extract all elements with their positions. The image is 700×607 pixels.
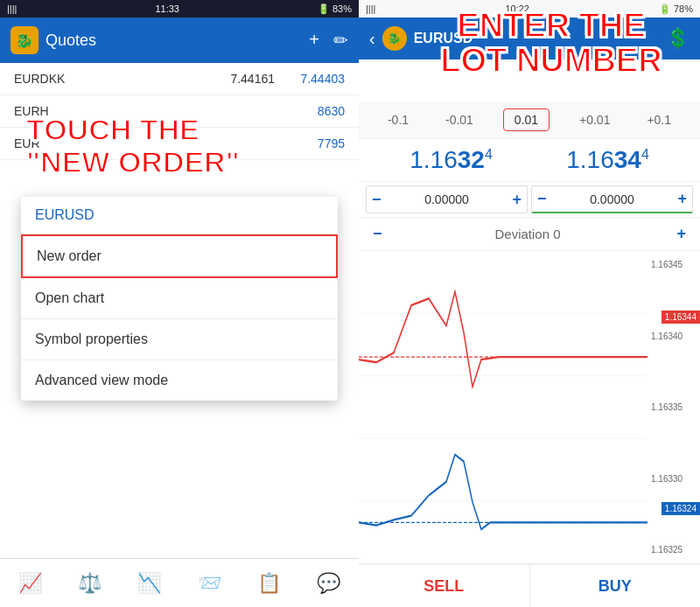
deviation-minus-button[interactable]: − xyxy=(373,225,382,243)
right-panel: |||| 10:22 🔋 78% ‹ 🐉 EURUSD 💲 ENTER THEL… xyxy=(359,0,700,607)
nav-chart-icon[interactable]: 📈 xyxy=(18,572,42,595)
bid-price: 1.16324 xyxy=(410,146,493,173)
lot-plus-001[interactable]: +0.01 xyxy=(572,109,617,130)
quote-row-eurh[interactable]: EURH 8630 xyxy=(0,95,359,128)
tp-plus-button[interactable]: + xyxy=(677,190,687,208)
time-right: 10:22 xyxy=(505,3,529,14)
header-right: ‹ 🐉 EURUSD 💲 ENTER THELOT NUMBER xyxy=(359,17,700,59)
back-button[interactable]: ‹ xyxy=(369,29,375,49)
lot-plus-01[interactable]: +0.1 xyxy=(640,109,678,130)
ask-eurh: 8630 xyxy=(275,104,345,118)
price-label-3: 1.16335 xyxy=(651,402,696,412)
ask-eurdkk: 7.44403 xyxy=(275,72,345,86)
deviation-plus-button[interactable]: + xyxy=(676,225,686,243)
chart-area: 1.16345 1.16340 1.16335 1.16330 1.16325 … xyxy=(359,251,700,563)
price-label-2: 1.16340 xyxy=(651,331,696,341)
left-panel: |||| 11:33 🔋 83% 🐉 Quotes + ✏ EURDKK 7.4… xyxy=(0,0,359,607)
signal-right: |||| xyxy=(366,3,375,14)
quote-row-eurdkk[interactable]: EURDKK 7.44161 7.44403 xyxy=(0,63,359,95)
order-inputs: − 0.00000 + − 0.00000 + xyxy=(359,181,700,218)
ask-eur1: 7795 xyxy=(275,136,345,150)
status-bar-left: |||| 11:33 🔋 83% xyxy=(0,0,359,17)
symbol-eur1: EUR xyxy=(14,136,205,150)
header-left: 🐉 Quotes + ✏ xyxy=(0,17,359,63)
menu-item-open-chart[interactable]: Open chart xyxy=(21,278,338,319)
symbol-eurh: EURH xyxy=(14,104,205,118)
lot-adjuster: -0.1 -0.01 0.01 +0.01 +0.1 xyxy=(359,101,700,139)
tp-value: 0.00000 xyxy=(547,192,678,206)
ask-price: 1.16344 xyxy=(566,146,649,173)
deviation-row: − Deviation 0 + xyxy=(359,218,700,251)
status-bar-right: |||| 10:22 🔋 78% xyxy=(359,0,700,17)
sl-minus-button[interactable]: − xyxy=(372,191,382,209)
dropdown-header: EURUSD xyxy=(21,197,338,234)
menu-item-advanced-view[interactable]: Advanced view mode xyxy=(21,360,338,401)
buy-button[interactable]: BUY xyxy=(529,563,701,607)
header-title-left: Quotes xyxy=(46,31,309,50)
nav-chat-icon[interactable]: 💬 xyxy=(317,572,340,595)
price-label-4: 1.16330 xyxy=(651,474,696,484)
price-label-1: 1.16345 xyxy=(651,260,696,269)
price-tag-red: 1.16344 xyxy=(662,310,700,324)
trade-icon[interactable]: 💲 xyxy=(666,27,690,50)
lot-minus-001[interactable]: -0.01 xyxy=(438,109,480,130)
bid-eurdkk: 7.44161 xyxy=(205,72,275,86)
price-tag-blue: 1.16324 xyxy=(662,502,700,515)
battery-left: 🔋 83% xyxy=(318,3,352,15)
sell-button[interactable]: SELL xyxy=(359,563,529,607)
ask-price-block: 1.16344 xyxy=(566,146,649,174)
signal-left: |||| xyxy=(7,3,17,14)
bid-price-block: 1.16324 xyxy=(410,146,493,174)
sl-plus-button[interactable]: + xyxy=(512,191,522,209)
price-label-5: 1.16325 xyxy=(651,545,696,555)
app-icon-left: 🐉 xyxy=(10,26,38,54)
tp-input-group: − 0.00000 + xyxy=(531,185,693,213)
header-icons-left: + ✏ xyxy=(309,30,348,51)
deviation-label: Deviation 0 xyxy=(382,227,674,241)
menu-item-new-order[interactable]: New order xyxy=(21,234,338,278)
action-buttons: SELL BUY xyxy=(359,563,700,607)
nav-history-icon[interactable]: 📉 xyxy=(137,572,161,595)
symbol-eurdkk: EURDKK xyxy=(14,72,205,86)
menu-item-symbol-properties[interactable]: Symbol properties xyxy=(21,319,338,360)
sl-value: 0.00000 xyxy=(382,192,513,206)
tp-minus-button[interactable]: − xyxy=(537,190,547,208)
nav-inbox-icon[interactable]: 📨 xyxy=(198,572,221,595)
chart-svg xyxy=(359,251,648,563)
chart-labels: 1.16345 1.16340 1.16335 1.16330 1.16325 xyxy=(648,251,700,563)
pair-icon: 🐉 xyxy=(382,26,407,51)
pair-name: EURUSD xyxy=(414,31,666,46)
price-display: 1.16324 1.16344 xyxy=(359,139,700,181)
battery-right: 🔋 78% xyxy=(659,3,693,15)
edit-icon[interactable]: ✏ xyxy=(333,30,348,51)
dropdown-menu: EURUSD New order Open chart Symbol prope… xyxy=(21,197,338,401)
bottom-nav-left: 📈 ⚖️ 📉 📨 📋 💬 xyxy=(0,558,359,607)
quote-row-eur1[interactable]: EUR 7795 xyxy=(0,128,359,160)
add-icon[interactable]: + xyxy=(309,30,319,51)
lot-minus-01[interactable]: -0.1 xyxy=(381,109,416,130)
nav-list-icon[interactable]: 📋 xyxy=(257,572,281,595)
sl-input-group: − 0.00000 + xyxy=(366,185,528,213)
lot-001[interactable]: 0.01 xyxy=(503,108,550,131)
nav-trade-icon[interactable]: ⚖️ xyxy=(78,572,102,595)
time-left: 11:33 xyxy=(155,3,179,14)
